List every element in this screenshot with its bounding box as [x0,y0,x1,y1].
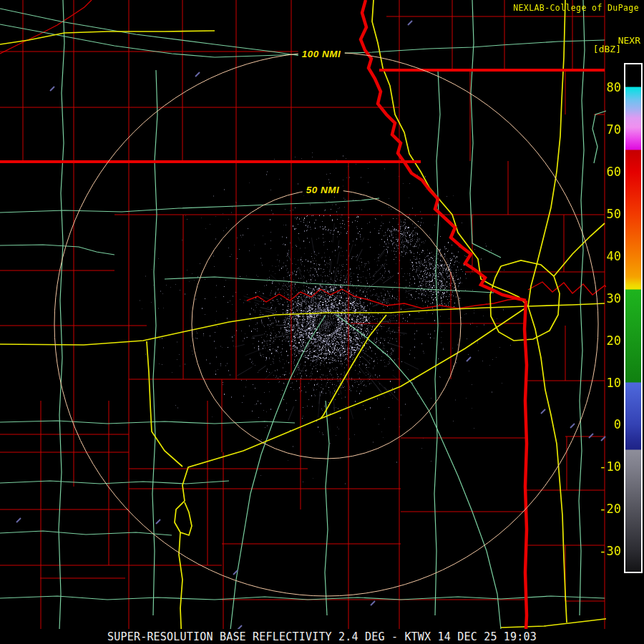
scale-tick-label: -20 [599,502,621,516]
scale-tick-label: 20 [607,333,621,348]
rivers [0,0,644,308]
reflectivity-colorbar [624,63,643,573]
scale-tick-label: 30 [607,291,621,306]
brand-text: NEXLAB-College of DuPage [513,3,639,13]
scale-tick-label: -30 [599,544,621,558]
scale-tick-label: 40 [607,249,621,263]
units-label: [dBZ] [593,44,621,54]
scale-tick-label: 60 [607,165,621,179]
range-ring-50nmi [192,190,461,459]
product-caption: SUPER-RESOLUTION BASE REFLECTIVITY 2.4 D… [107,630,537,643]
product-code-label: NEXR [618,35,640,46]
caption-bar: SUPER-RESOLUTION BASE REFLECTIVITY 2.4 D… [0,629,644,644]
range-ring-label-100nmi: 100 NMI [298,48,345,60]
scale-tick-label: 80 [607,80,621,94]
scale-tick-label: 0 [614,417,621,431]
range-ring-100nmi [54,52,598,596]
county-boundaries [0,0,644,631]
scale-tick-label: 50 [607,207,621,221]
range-rings [54,52,598,596]
radar-display: 100 NMI 50 NMI NEXLAB-College of DuPage … [0,0,644,644]
basemap-layer [0,0,644,644]
scale-tick-label: -10 [599,459,621,474]
scale-tick-label: 10 [607,376,621,390]
scale-tick-label: 70 [607,122,621,137]
range-ring-label-50nmi: 50 NMI [303,184,343,196]
